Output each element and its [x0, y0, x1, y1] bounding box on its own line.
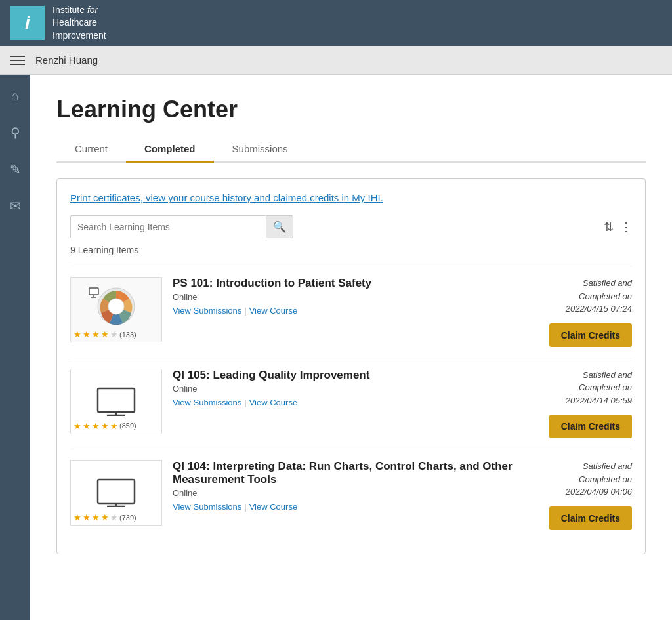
course-meta-ps101: Satisfied andCompleted on2022/04/15 07:2… — [527, 277, 632, 347]
menu-icon[interactable] — [10, 56, 25, 65]
completed-date-qi104: Satisfied andCompleted on2022/04/09 04:0… — [527, 460, 632, 499]
sort-icon[interactable]: ⇅ — [604, 220, 614, 234]
course-info-qi105: QI 105: Leading Quality Improvement Onli… — [173, 369, 516, 407]
view-submissions-ps101[interactable]: View Submissions — [173, 306, 242, 316]
star5: ★ — [110, 329, 118, 339]
page-title: Learning Center — [56, 96, 646, 123]
course-info-qi104: QI 104: Interpreting Data: Run Charts, C… — [173, 460, 516, 512]
svg-rect-5 — [98, 388, 135, 412]
logo-icon: i — [10, 6, 45, 40]
main-content: Learning Center Current Completed Submis… — [30, 75, 672, 620]
course-meta-qi104: Satisfied andCompleted on2022/04/09 04:0… — [527, 460, 632, 530]
sub-header: Renzhi Huang — [0, 46, 672, 75]
sidebar-home-icon[interactable]: ⌂ — [5, 85, 26, 106]
sidebar-edit-icon[interactable]: ✎ — [5, 159, 26, 180]
tab-submissions[interactable]: Submissions — [214, 136, 306, 163]
svg-point-1 — [108, 299, 124, 314]
claim-credits-ps101[interactable]: Claim Credits — [549, 323, 632, 347]
sidebar-search-icon[interactable]: ⚲ — [5, 122, 26, 143]
rating-row-qi104: ★ ★ ★ ★ ★ (739) — [74, 512, 136, 522]
star1: ★ — [74, 329, 81, 339]
completed-date-qi105: Satisfied andCompleted on2022/04/14 05:5… — [527, 369, 632, 407]
course-thumbnail-qi105: ★ ★ ★ ★ ★ (859) — [70, 369, 162, 434]
rating-count-ps101: (133) — [119, 331, 136, 339]
course-item-qi104: ★ ★ ★ ★ ★ (739) QI 104: Interpreting Dat… — [70, 449, 632, 541]
rating-count-qi104: (739) — [119, 514, 136, 522]
thumb-content-qi105 — [96, 387, 136, 416]
view-submissions-qi105[interactable]: View Submissions — [173, 398, 242, 407]
claim-credits-qi104[interactable]: Claim Credits — [549, 506, 632, 530]
sidebar-mail-icon[interactable]: ✉ — [5, 196, 26, 217]
course-info-ps101: PS 101: Introduction to Patient Safety O… — [173, 277, 516, 316]
course-title-qi104: QI 104: Interpreting Data: Run Charts, C… — [173, 460, 516, 486]
thumb-content-qi104 — [96, 478, 136, 507]
claim-credits-qi105[interactable]: Claim Credits — [549, 415, 632, 438]
rating-row-ps101: ★ ★ ★ ★ ★ (133) — [74, 329, 136, 339]
view-submissions-qi104[interactable]: View Submissions — [173, 502, 242, 512]
tab-current[interactable]: Current — [56, 136, 126, 163]
tab-completed[interactable]: Completed — [126, 136, 214, 163]
course-title-ps101: PS 101: Introduction to Patient Safety — [173, 277, 516, 290]
search-button[interactable]: 🔍 — [266, 216, 293, 238]
search-row: 🔍 ⇅ ⋮ — [70, 215, 632, 238]
logo: i Institute forHealthcareImprovement — [10, 4, 106, 43]
search-input[interactable] — [71, 217, 266, 238]
view-course-qi104[interactable]: View Course — [249, 502, 297, 512]
sidebar: ⌂ ⚲ ✎ ✉ — [0, 75, 30, 620]
course-title-qi105: QI 105: Leading Quality Improvement — [173, 369, 516, 382]
star2: ★ — [83, 329, 91, 339]
rating-count-qi105: (859) — [119, 422, 136, 430]
top-header: i Institute forHealthcareImprovement — [0, 0, 672, 46]
cert-link[interactable]: Print certificates, view your course his… — [70, 192, 632, 203]
view-course-ps101[interactable]: View Course — [249, 306, 297, 316]
monitor-svg-qi104 — [96, 478, 136, 507]
completed-date-ps101: Satisfied andCompleted on2022/04/15 07:2… — [527, 277, 632, 316]
star4: ★ — [101, 329, 109, 339]
layout: ⌂ ⚲ ✎ ✉ Learning Center Current Complete… — [0, 75, 672, 620]
course-links-ps101: View Submissions | View Course — [173, 306, 516, 316]
logo-text: Institute forHealthcareImprovement — [52, 4, 106, 43]
items-count: 9 Learning Items — [70, 245, 632, 255]
course-thumbnail-ps101: ★ ★ ★ ★ ★ (133) — [70, 277, 162, 342]
monitor-svg-qi105 — [96, 387, 136, 416]
star3: ★ — [92, 329, 100, 339]
search-tools: ⇅ ⋮ — [604, 220, 632, 234]
search-container: 🔍 — [70, 215, 293, 238]
tabs: Current Completed Submissions — [56, 136, 646, 163]
course-links-qi104: View Submissions | View Course — [173, 502, 516, 512]
course-meta-qi105: Satisfied andCompleted on2022/04/14 05:5… — [527, 369, 632, 439]
content-box: Print certificates, view your course his… — [56, 178, 646, 554]
course-links-qi105: View Submissions | View Course — [173, 398, 516, 407]
course-type-qi105: Online — [173, 384, 516, 394]
course-item-ps101: ★ ★ ★ ★ ★ (133) PS 101: Introduction to … — [70, 266, 632, 358]
course-thumbnail-qi104: ★ ★ ★ ★ ★ (739) — [70, 460, 162, 526]
course-type-ps101: Online — [173, 292, 516, 302]
course-type-qi104: Online — [173, 488, 516, 498]
more-options-icon[interactable]: ⋮ — [620, 220, 632, 234]
svg-rect-2 — [89, 288, 98, 295]
course-item-qi105: ★ ★ ★ ★ ★ (859) QI 105: Leading Quality … — [70, 358, 632, 449]
course-diagram-ps101 — [87, 285, 146, 335]
svg-rect-8 — [98, 480, 135, 503]
user-name: Renzhi Huang — [35, 54, 98, 66]
rating-row-qi105: ★ ★ ★ ★ ★ (859) — [74, 421, 136, 431]
view-course-qi105[interactable]: View Course — [249, 398, 297, 407]
